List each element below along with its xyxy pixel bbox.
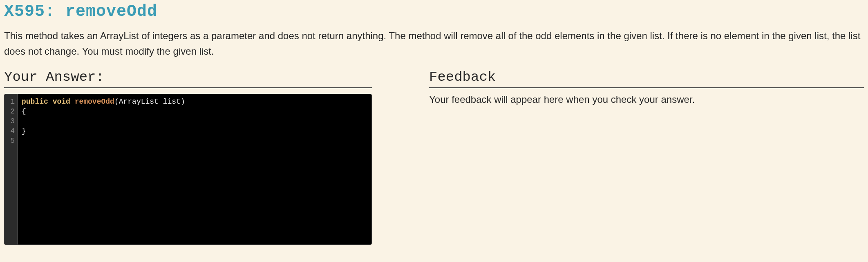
line-number: 2 <box>9 107 15 116</box>
code-token <box>48 98 53 106</box>
line-number: 4 <box>9 126 15 136</box>
line-number: 1 <box>9 97 15 107</box>
feedback-heading: Feedback <box>429 69 864 88</box>
code-editor[interactable]: 12345 public void removeOdd(ArrayList li… <box>4 94 372 245</box>
code-line[interactable]: { <box>22 107 367 116</box>
code-token: public <box>22 98 48 106</box>
code-token: { <box>22 107 26 115</box>
code-line[interactable]: public void removeOdd(ArrayList list) <box>22 97 367 107</box>
line-number: 3 <box>9 116 15 126</box>
code-token: removeOdd <box>75 98 114 106</box>
answer-column: Your Answer: 12345 public void removeOdd… <box>4 69 372 245</box>
problem-title: X595: removeOdd <box>4 2 864 21</box>
code-area[interactable]: public void removeOdd(ArrayList list){ } <box>18 94 371 244</box>
code-token: (ArrayList list) <box>114 98 185 106</box>
code-line[interactable] <box>22 136 367 146</box>
feedback-column: Feedback Your feedback will appear here … <box>429 69 864 245</box>
code-line[interactable] <box>22 116 367 126</box>
line-number: 5 <box>9 136 15 146</box>
code-line[interactable]: } <box>22 126 367 136</box>
code-token: void <box>53 98 70 106</box>
feedback-text: Your feedback will appear here when you … <box>429 94 864 105</box>
code-token <box>70 98 75 106</box>
code-token: } <box>22 127 26 135</box>
main-columns: Your Answer: 12345 public void removeOdd… <box>4 69 864 245</box>
answer-heading: Your Answer: <box>4 69 372 88</box>
problem-description: This method takes an ArrayList of intege… <box>4 28 862 60</box>
code-gutter: 12345 <box>4 94 18 244</box>
